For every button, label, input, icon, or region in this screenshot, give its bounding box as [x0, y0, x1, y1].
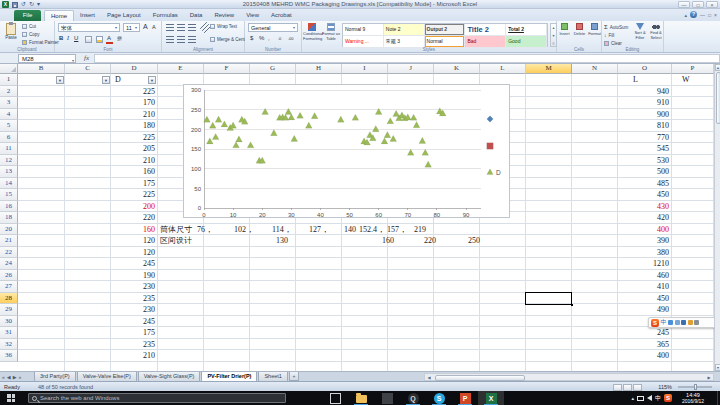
vertical-scroll-thumb[interactable] [716, 72, 720, 124]
redo-button[interactable]: ↻ [29, 1, 34, 8]
grow-font-button[interactable]: A [143, 23, 148, 30]
ime-punct-icon[interactable] [668, 320, 673, 325]
row-header-15[interactable]: 15 [0, 189, 18, 201]
cell-row20-text5[interactable]: 140 [344, 224, 356, 236]
decrease-decimal-button[interactable]: .00 [288, 36, 294, 41]
cell-O18[interactable]: 420 [618, 212, 672, 224]
workbook-restore-button[interactable]: □ [708, 12, 711, 18]
column-header-M[interactable]: M [526, 64, 572, 74]
row-header-1[interactable]: 1 [0, 74, 18, 86]
tray-volume-icon[interactable] [647, 395, 652, 401]
cell-D22[interactable]: 120 [111, 247, 158, 259]
cell-O15[interactable]: 450 [618, 189, 672, 201]
style-normal-9[interactable]: Normal 9 [343, 24, 384, 36]
zoom-slider[interactable] [678, 386, 712, 388]
app1-icon[interactable] [374, 391, 400, 405]
cell-O20[interactable]: 400 [618, 224, 672, 236]
qat-customize-button[interactable]: ▾ [37, 1, 40, 8]
app2-icon[interactable]: Q [400, 391, 426, 405]
paste-button[interactable]: Paste [3, 23, 19, 40]
active-cell[interactable] [525, 292, 572, 306]
column-header-B[interactable]: B [18, 64, 65, 74]
cell-O32[interactable]: 365 [618, 339, 672, 351]
task-view-icon[interactable] [322, 391, 348, 405]
cell-D30[interactable]: 245 [111, 316, 158, 328]
font-size-select[interactable]: 11▾ [123, 23, 140, 32]
cell-D3[interactable]: 170 [111, 97, 158, 109]
cell-row21-text2[interactable]: 160 [382, 235, 394, 247]
restore-button[interactable]: □ [692, 1, 704, 8]
horizontal-scroll-thumb[interactable] [435, 375, 525, 381]
last-sheet-button[interactable]: » [19, 374, 22, 380]
powerpoint-icon[interactable]: P [452, 391, 478, 405]
format-as-table-button[interactable]: Format as Table [322, 23, 340, 41]
underline-button[interactable]: U [74, 35, 78, 41]
taskbar-search-input[interactable]: Search the web and Windows [28, 393, 286, 403]
page-layout-view-button[interactable] [623, 384, 632, 391]
conditional-formatting-button[interactable]: Conditional Formatting [303, 23, 321, 41]
select-all-corner[interactable] [0, 64, 18, 74]
cell-D2[interactable]: 225 [111, 86, 158, 98]
tray-ime-icon[interactable]: 中 [655, 394, 661, 403]
column-header-F[interactable]: F [204, 64, 250, 74]
cell-O3[interactable]: 910 [618, 97, 672, 109]
sort-filter-button[interactable]: Sort & Filter [632, 23, 648, 40]
fill-color-button[interactable] [96, 36, 103, 43]
cell-O12[interactable]: 530 [618, 155, 672, 167]
workbook-close-button[interactable]: × [714, 12, 717, 18]
page-break-view-button[interactable] [633, 384, 642, 391]
file-explorer-icon[interactable] [348, 391, 374, 405]
row-header-13[interactable]: 13 [0, 166, 18, 178]
first-sheet-button[interactable]: « [2, 374, 5, 380]
style-output-2[interactable]: Output 2 [425, 24, 466, 36]
taskbar-clock[interactable]: 14:49 2016/9/12 [674, 392, 712, 404]
tab-view[interactable]: View [240, 10, 265, 21]
delete-cells-button[interactable]: Delete [572, 23, 587, 36]
cell-O24[interactable]: 1210 [618, 258, 672, 270]
cell-D11[interactable]: 205 [111, 143, 158, 155]
borders-button[interactable] [85, 36, 92, 43]
row-header-30[interactable]: 30 [0, 316, 18, 328]
cell-D36[interactable]: 210 [111, 350, 158, 362]
percent-button[interactable]: % [259, 35, 264, 41]
row-header-28[interactable]: 28 [0, 293, 18, 305]
cell-D28[interactable]: 235 [111, 293, 158, 305]
autosum-button[interactable]: Σ AutoSum [604, 23, 628, 31]
cell-D15[interactable]: 225 [111, 189, 158, 201]
minimize-button[interactable]: — [678, 1, 690, 8]
collapse-ribbon-button[interactable]: ▴ [685, 12, 688, 18]
cell-O16[interactable]: 430 [618, 201, 672, 213]
cell-D20[interactable]: 160 [111, 224, 158, 236]
cell-row21-text3[interactable]: 220 [424, 235, 436, 247]
column-header-E[interactable]: E [158, 64, 204, 74]
row-header-26[interactable]: 26 [0, 270, 18, 282]
row-header-36[interactable]: 36 [0, 350, 18, 362]
cell-O4[interactable]: 900 [618, 109, 672, 121]
cell-D32[interactable]: 235 [111, 339, 158, 351]
fill-button[interactable]: ↓ Fill [604, 31, 614, 39]
filter-dropdown-icon[interactable]: ▼ [56, 76, 64, 84]
tab-page-layout[interactable]: Page Layout [101, 10, 147, 21]
clear-button[interactable]: Clear [604, 39, 622, 47]
sogou-ime-toolbar[interactable]: S 中 [648, 317, 716, 328]
cell-D14[interactable]: 175 [111, 178, 158, 190]
cell-O11[interactable]: 545 [618, 143, 672, 155]
column-header-G[interactable]: G [250, 64, 296, 74]
increase-decimal-button[interactable]: .0 [278, 36, 281, 41]
cell-D21[interactable]: 120 [111, 235, 158, 247]
copy-button[interactable]: Copy [22, 31, 40, 38]
ime-skin-icon[interactable] [688, 320, 693, 325]
cell-O13[interactable]: 500 [618, 166, 672, 178]
cell-row20-text2[interactable]: 102， [234, 224, 254, 236]
cell-row20-text4[interactable]: 127， [309, 224, 329, 236]
row-header-22[interactable]: 22 [0, 247, 18, 259]
row-header-31[interactable]: 31 [0, 327, 18, 339]
align-right-icon[interactable] [188, 36, 196, 43]
sogou-logo-icon[interactable]: S [651, 319, 659, 327]
workbook-minimize-button[interactable]: — [700, 12, 705, 18]
row-header-6[interactable]: 6 [0, 132, 18, 144]
scroll-left-icon[interactable]: ◀ [425, 374, 433, 381]
cell-O6[interactable]: 770 [618, 132, 672, 144]
cell-row21-text4[interactable]: 250 [468, 235, 480, 247]
ime-mode-icon[interactable]: 中 [661, 318, 667, 327]
